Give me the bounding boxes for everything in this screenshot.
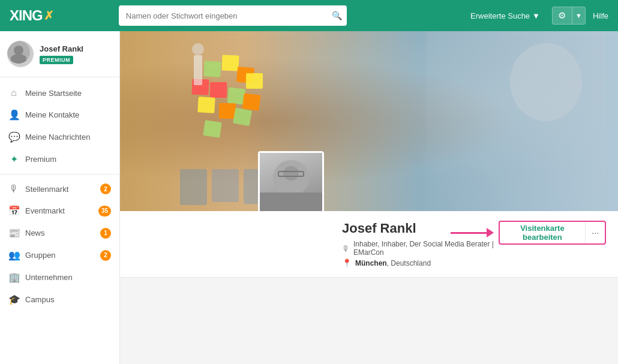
meeting-group (180, 169, 271, 205)
search-input[interactable] (119, 5, 347, 26)
sidebar-item-campus[interactable]: 🎓 Campus (0, 288, 119, 311)
sidebar-item-label: Premium (25, 155, 111, 164)
hilfe-link[interactable]: Hilfe (593, 11, 608, 20)
unternehmen-icon: 🏢 (8, 272, 19, 283)
avatar (7, 41, 34, 67)
sidebar-user-info: Josef Rankl PREMIUM (40, 44, 112, 64)
arrow-decoration (451, 228, 494, 237)
sidebar-item-label: Meine Nachrichten (25, 133, 111, 142)
profile-cover: PREMIUM (120, 31, 618, 211)
position-icon: 🎙 (342, 244, 350, 253)
gruppen-icon: 👥 (8, 249, 19, 261)
sidebar-user[interactable]: Josef Rankl PREMIUM (0, 31, 119, 77)
sidebar-item-label: Meine Startseite (25, 89, 111, 98)
sidebar-nav: ⌂ Meine Startseite 👤 Meine Kontakte 💬 Me… (0, 77, 119, 315)
news-icon: 📰 (8, 227, 19, 239)
erweiterte-suche-link[interactable]: Erweiterte Suche ▼ (470, 11, 540, 20)
premium-badge: PREMIUM (40, 56, 73, 64)
premium-icon: ✦ (8, 154, 19, 165)
sidebar-item-news[interactable]: 📰 News 1 (0, 222, 119, 244)
xing-logo: XING ✗ (10, 7, 53, 24)
main-person-bg (319, 31, 618, 211)
sidebar-item-kontakte[interactable]: 👤 Meine Kontakte (0, 104, 119, 126)
profile-info-bar: Josef Rankl 🎙 Inhaber, Inhaber, Der Soci… (120, 211, 618, 278)
home-icon: ⌂ (8, 88, 19, 98)
gruppen-badge: 2 (100, 250, 111, 261)
main-layout: Josef Rankl PREMIUM ⌂ Meine Startseite 👤… (0, 31, 618, 364)
header-right: Erweiterte Suche ▼ ⚙ ▼ Hilfe (470, 7, 608, 25)
visitenkarte-button-group: Visitenkarte bearbeiten ··· (499, 221, 607, 245)
eventmarkt-icon: 📅 (8, 205, 19, 216)
arrow-line (451, 232, 487, 234)
sidebar-item-startseite[interactable]: ⌂ Meine Startseite (0, 82, 119, 104)
contacts-icon: 👤 (8, 109, 19, 121)
visitenkarte-button[interactable]: Visitenkarte bearbeiten (500, 222, 586, 243)
campus-icon: 🎓 (8, 294, 19, 305)
location-icon: 📍 (342, 258, 352, 267)
sidebar-item-label: Gruppen (25, 251, 94, 260)
sidebar-item-nachrichten[interactable]: 💬 Meine Nachrichten (0, 126, 119, 148)
sidebar-user-name: Josef Rankl (40, 44, 112, 53)
settings-chevron-icon[interactable]: ▼ (572, 7, 586, 25)
content-area: PREMIUM Josef Rankl 🎙 (120, 31, 618, 364)
sidebar-item-stellenmarkt[interactable]: 🎙 Stellenmarkt 2 (0, 178, 119, 200)
header-search: 🔍 (119, 5, 347, 26)
sidebar-item-label: Stellenmarkt (25, 185, 94, 194)
news-badge: 1 (100, 228, 111, 239)
stellenmarkt-icon: 🎙 (8, 183, 19, 194)
profile-location: 📍 München, Deutschland (342, 258, 499, 267)
sidebar-item-label: Eventmarkt (25, 206, 92, 215)
search-icon[interactable]: 🔍 (332, 11, 342, 20)
sticky-note (246, 73, 263, 89)
header: XING ✗ 🔍 Erweiterte Suche ▼ ⚙ ▼ Hilfe (0, 0, 618, 31)
sticky-note (222, 55, 239, 71)
sidebar-item-eventmarkt[interactable]: 📅 Eventmarkt 35 (0, 200, 119, 222)
eventmarkt-badge: 35 (98, 206, 111, 216)
sidebar-item-unternehmen[interactable]: 🏢 Unternehmen (0, 266, 119, 288)
whiteboard-person (174, 43, 222, 163)
stellenmarkt-badge: 2 (100, 183, 111, 194)
sidebar: Josef Rankl PREMIUM ⌂ Meine Startseite 👤… (0, 31, 120, 364)
sidebar-item-label: News (25, 228, 94, 237)
messages-icon: 💬 (8, 131, 19, 143)
profile-avatar (258, 151, 324, 211)
profile-meta: 🎙 Inhaber, Inhaber, Der Social Media Ber… (342, 240, 499, 267)
settings-icon[interactable]: ⚙ (552, 7, 572, 25)
sticky-note (233, 108, 252, 126)
sticky-note (242, 93, 260, 110)
profile-position: 🎙 Inhaber, Inhaber, Der Social Media Ber… (342, 240, 499, 257)
sidebar-item-gruppen[interactable]: 👥 Gruppen 2 (0, 244, 119, 266)
arrow-head-icon (487, 228, 494, 237)
sidebar-item-label: Meine Kontakte (25, 110, 111, 119)
sidebar-item-label: Campus (25, 295, 111, 304)
sidebar-item-label: Unternehmen (25, 273, 111, 282)
profile-actions: Visitenkarte bearbeiten ··· (499, 221, 607, 245)
sidebar-item-premium[interactable]: ✦ Premium (0, 148, 119, 170)
nav-divider (0, 174, 119, 175)
more-options-button[interactable]: ··· (585, 222, 605, 243)
